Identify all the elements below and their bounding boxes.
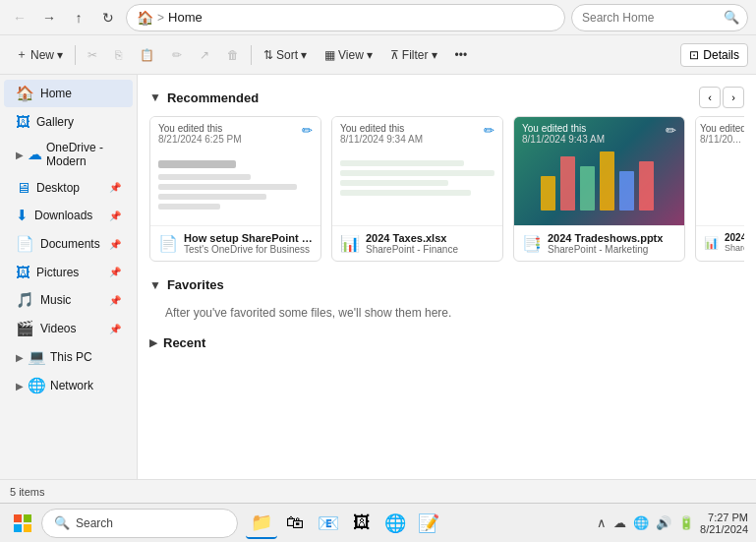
delete-button[interactable]: 🗑 [219, 44, 247, 66]
favorites-title: Favorites [167, 277, 224, 292]
documents-icon: 📄 [16, 235, 34, 253]
recommended-card-2[interactable]: You edited this8/11/2024 9:43 AM ✏ 📑 2 [513, 116, 685, 262]
card-edited-2: You edited this8/11/2024 9:43 AM [522, 123, 605, 145]
copy-icon: ⎘ [115, 48, 122, 62]
taskbar-time-display[interactable]: 7:27 PM 8/21/2024 [700, 512, 748, 535]
taskbar-app-mail[interactable]: 📧 [313, 508, 344, 539]
view-label: View [338, 48, 364, 62]
cloud-icon[interactable]: ☁ [611, 513, 628, 532]
windows-logo-icon [14, 514, 31, 532]
sidebar-item-documents[interactable]: 📄 Documents 📌 [4, 230, 133, 258]
taskbar-app-explorer[interactable]: 📁 [246, 508, 277, 539]
search-icon[interactable]: 🔍 [724, 10, 739, 25]
share-icon: ↗ [200, 48, 209, 62]
recent-section: ▶ Recent [149, 331, 744, 354]
edit-icon-2: ✏ [666, 123, 676, 138]
separator2 [251, 45, 252, 65]
up-button[interactable]: ↑ [67, 6, 90, 30]
sort-icon: ⇅ [263, 48, 273, 62]
sidebar-item-music[interactable]: 🎵 Music 📌 [4, 286, 133, 314]
address-bar[interactable]: 🏠 > Home [126, 4, 565, 31]
speaker-icon[interactable]: 🔊 [654, 513, 673, 532]
sidebar-item-home[interactable]: 🏠 Home [4, 80, 133, 107]
item-count: 5 items [10, 486, 44, 498]
sidebar-item-gallery[interactable]: 🖼 Gallery [4, 108, 133, 135]
new-chevron-icon: ▾ [57, 48, 63, 62]
favorites-toggle[interactable]: ▼ [149, 278, 161, 292]
sidebar-item-network[interactable]: ▶ 🌐 Network [4, 372, 133, 399]
recommended-toggle[interactable]: ▼ [149, 90, 161, 104]
search-bar[interactable]: 🔍 [571, 4, 748, 31]
svg-rect-1 [560, 156, 575, 211]
battery-icon[interactable]: 🔋 [676, 513, 696, 532]
chevron-up-icon[interactable]: ∧ [595, 513, 609, 532]
card-info-0: How setup SharePoint Library... Test's O… [184, 232, 313, 255]
refresh-button[interactable]: ↻ [96, 6, 120, 30]
content-area: ▼ Recommended ‹ › You edited this8/21/20… [138, 75, 756, 479]
details-button[interactable]: ⊡ Details [680, 43, 748, 67]
edit-icon-0: ✏ [302, 123, 313, 138]
back-button[interactable]: ← [8, 6, 31, 30]
sidebar-item-downloads[interactable]: ⬇ Downloads 📌 [4, 202, 133, 229]
sidebar-item-pictures-label: Pictures [36, 266, 103, 279]
card-footer-1: 📊 2024 Taxes.xlsx SharePoint - Finance [332, 225, 502, 261]
cut-button[interactable]: ✂ [80, 44, 105, 66]
card-sub-3: SharePo... [725, 243, 744, 253]
recommended-next-button[interactable]: › [723, 87, 744, 108]
pictures-icon: 🖼 [16, 264, 30, 280]
sidebar-item-onedrive[interactable]: ▶ ☁ OneDrive - Modern [4, 136, 133, 173]
recommended-card-1[interactable]: You edited this8/11/2024 9:34 AM ✏ 📊 202… [331, 116, 503, 262]
sort-button[interactable]: ⇅ Sort ▾ [256, 44, 315, 66]
sidebar-item-gallery-label: Gallery [36, 115, 121, 129]
recommended-header: ▼ Recommended ‹ › [149, 87, 744, 108]
file-icon-1: 📊 [340, 234, 360, 253]
desktop-icon: 🖥 [16, 179, 30, 196]
taskbar-app-store[interactable]: 🛍 [279, 508, 311, 539]
view-button[interactable]: ▦ View ▾ [317, 44, 380, 66]
sidebar-item-thispc[interactable]: ▶ 💻 This PC [4, 343, 133, 371]
share-button[interactable]: ↗ [192, 44, 217, 66]
network-icon: 🌐 [28, 377, 46, 394]
sidebar-item-documents-label: Documents [40, 237, 103, 251]
card-info-1: 2024 Taxes.xlsx SharePoint - Finance [366, 232, 494, 255]
recommended-title: Recommended [167, 90, 259, 105]
start-button[interactable] [8, 509, 37, 538]
forward-button[interactable]: → [37, 6, 61, 30]
recommended-card-3[interactable]: You edited8/11/20... ✏ 📊 2024 Sa... Shar… [695, 116, 744, 262]
main-area: 🏠 Home 🖼 Gallery ▶ ☁ OneDrive - Modern 🖥… [0, 75, 756, 479]
svg-rect-0 [541, 176, 555, 211]
sidebar-item-music-label: Music [40, 293, 103, 307]
sidebar-item-pictures[interactable]: 🖼 Pictures 📌 [4, 259, 133, 285]
more-button[interactable]: ••• [447, 44, 476, 66]
rename-button[interactable]: ✏ [164, 44, 190, 66]
taskbar-right: ∧ ☁ 🌐 🔊 🔋 7:27 PM 8/21/2024 [595, 512, 748, 535]
thispc-chevron-icon: ▶ [16, 352, 24, 363]
network-chevron-icon: ▶ [16, 381, 24, 391]
pin-icon2: 📌 [109, 211, 121, 221]
view-chevron-icon: ▾ [367, 48, 373, 62]
onedrive-icon: ☁ [28, 146, 42, 163]
taskbar-search-bar[interactable]: 🔍 Search [41, 509, 238, 538]
sidebar-item-desktop[interactable]: 🖥 Desktop 📌 [4, 174, 133, 201]
taskbar-app-photos[interactable]: 🖼 [346, 508, 378, 539]
view-icon: ▦ [324, 48, 335, 62]
sidebar-item-thispc-label: This PC [50, 350, 92, 364]
taskbar-app-notepad[interactable]: 📝 [413, 508, 444, 539]
new-button[interactable]: ＋ New ▾ [8, 42, 71, 67]
recent-chevron-icon: ▶ [149, 336, 157, 349]
sort-label: Sort [276, 48, 298, 62]
title-bar: ← → ↑ ↻ 🏠 > Home 🔍 [0, 0, 756, 35]
search-input[interactable] [582, 11, 720, 25]
filter-button[interactable]: ⊼ Filter ▾ [382, 44, 445, 66]
network-status-icon[interactable]: 🌐 [631, 513, 651, 532]
card-sub-2: SharePoint - Marketing [548, 244, 676, 255]
recommended-card-0[interactable]: You edited this8/21/2024 6:25 PM ✏ 📄 How… [149, 116, 321, 262]
recent-header[interactable]: ▶ Recent [149, 331, 744, 354]
sidebar-item-videos[interactable]: 🎬 Videos 📌 [4, 315, 133, 342]
paste-button[interactable]: 📋 [132, 44, 162, 66]
card-name-3: 2024 Sa... [725, 232, 744, 243]
copy-button[interactable]: ⎘ [107, 44, 130, 66]
recommended-prev-button[interactable]: ‹ [699, 87, 721, 108]
paste-icon: 📋 [140, 48, 154, 62]
taskbar-app-edge[interactable]: 🌐 [379, 508, 411, 539]
